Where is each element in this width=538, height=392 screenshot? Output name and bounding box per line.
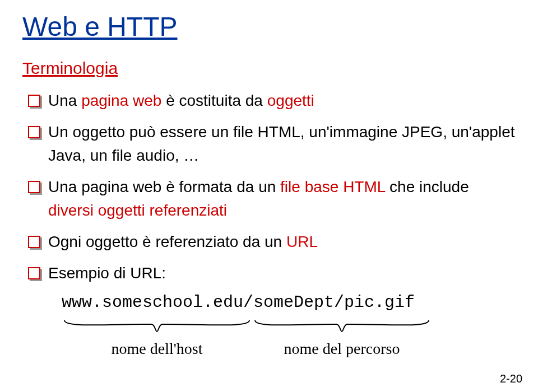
text: Ogni oggetto è referenziato da un [48, 233, 286, 250]
brace-host-block: nome dell'host [62, 318, 252, 358]
text: Una [48, 92, 81, 109]
url-path: /someDept/pic.gif [243, 293, 415, 312]
brace-icon [252, 318, 432, 334]
url-example: www.someschool.edu/someDept/pic.gif [62, 293, 516, 312]
text: Una pagina web è formata da un [48, 178, 280, 195]
page-title: Web e HTTP [22, 11, 516, 42]
text: che include [385, 178, 469, 195]
brace-host-label: nome dell'host [112, 340, 203, 358]
text: Un oggetto può essere un file HTML, un'i… [48, 123, 514, 164]
brace-icon [62, 318, 252, 334]
section-subtitle: Terminologia [22, 59, 516, 78]
text: Esempio di URL: [48, 264, 166, 282]
list-item: Una pagina web è formata da un file base… [28, 175, 516, 222]
slide-number: 2-20 [500, 372, 522, 385]
bullet-list: Una pagina web è costituita da oggetti U… [28, 89, 516, 285]
brace-path-label: nome del percorso [284, 340, 400, 358]
url-host: www.someschool.edu [62, 293, 243, 312]
list-item: Una pagina web è costituita da oggetti [28, 89, 516, 113]
list-item: Un oggetto può essere un file HTML, un'i… [28, 120, 516, 167]
list-item: Ogni oggetto è referenziato da un URL [28, 230, 516, 254]
brace-row: nome dell'host nome del percorso [62, 318, 516, 358]
emphasis: pagina web [81, 92, 161, 109]
slide: Web e HTTP Terminologia Una pagina web è… [0, 0, 538, 392]
text: è costituita da [161, 92, 267, 109]
list-item: Esempio di URL: [28, 262, 516, 285]
emphasis: URL [286, 233, 318, 250]
emphasis: diversi oggetti referenziati [48, 202, 227, 219]
emphasis: oggetti [267, 92, 314, 109]
brace-path-block: nome del percorso [252, 318, 432, 358]
emphasis: file base HTML [280, 178, 385, 195]
